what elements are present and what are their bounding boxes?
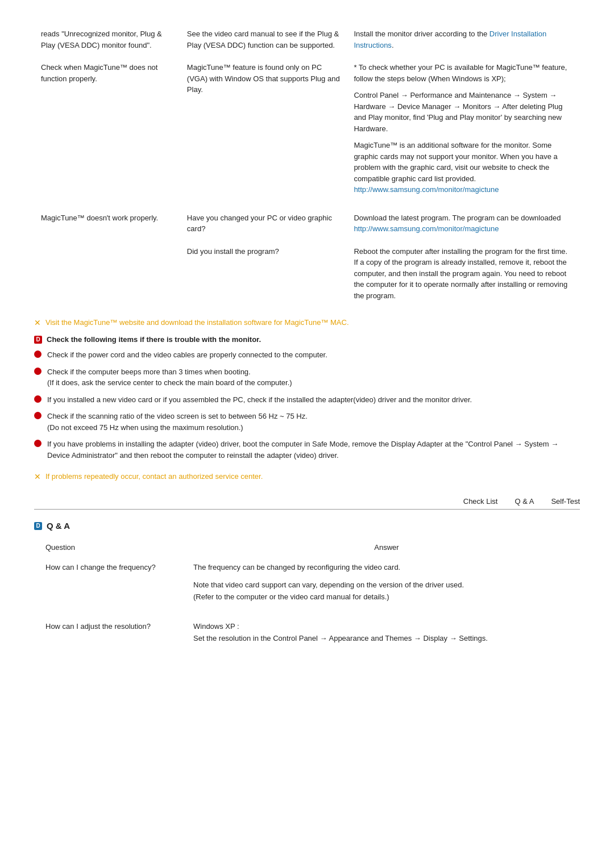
cause-cell: Have you changed your PC or video graphi… [180,207,347,240]
bullet-icon [34,395,42,403]
table-row: Check when MagicTune™ does not function … [34,56,580,207]
symptom-cell: MagicTune™ doesn't work properly. [34,207,180,307]
checklist: Check if the power cord and the video ca… [34,349,580,461]
qa-col-answer: Answer [193,540,580,557]
qa-header: D Q & A [34,521,580,531]
table-row: MagicTune™ doesn't work properly. Have y… [34,207,580,240]
list-item: Check if the power cord and the video ca… [34,349,580,361]
trouble-table: reads "Unrecognized monitor, Plug & Play… [34,23,580,307]
table-row: How can I adjust the resolution? Windows… [34,616,580,649]
note-magictune: ✕ Visit the MagicTune™ website and downl… [34,318,580,327]
bullet-icon [34,412,42,419]
list-item: If you have problems in installing the a… [34,439,580,461]
qa-question: How can I change the frequency? [34,557,193,607]
magictune-link-1[interactable]: http://www.samsung.com/monitor/magictune [354,185,499,194]
check-header: D Check the following items if there is … [34,335,580,344]
qa-answer: The frequency can be changed by reconfig… [193,557,580,607]
solution-cell: * To check whether your PC is available … [347,56,580,207]
qa-row-gap [34,607,580,616]
cause-cell: MagicTune™ feature is found only on PC (… [180,56,347,207]
solution-cell: Reboot the computer after installing the… [347,240,580,307]
tab-selftest[interactable]: Self-Test [551,497,580,507]
d-icon: D [34,336,42,344]
x-icon: ✕ [34,318,42,327]
list-item: Check if the computer beeps more than 3 … [34,366,580,389]
qa-icon: D [34,522,42,530]
cause-cell: Did you install the program? [180,240,347,307]
note-problems: ✕ If problems repeatedly occur, contact … [34,472,580,481]
tab-qa[interactable]: Q & A [515,497,534,507]
solution-cell: Download the latest program. The program… [347,207,580,240]
list-item: If you installed a new video card or if … [34,394,580,406]
bullet-icon [34,350,42,358]
bullet-icon [34,368,42,375]
qa-question: How can I adjust the resolution? [34,616,193,649]
list-item: Check if the scanning ratio of the video… [34,411,580,433]
symptom-cell: reads "Unrecognized monitor, Plug & Play… [34,23,180,56]
driver-instructions-link[interactable]: Driver Installation Instructions [354,30,546,49]
magictune-link-2[interactable]: http://www.samsung.com/monitor/magictune [354,224,499,233]
qa-table: Question Answer How can I change the fre… [34,540,580,649]
table-row: How can I change the frequency? The freq… [34,557,580,607]
x-icon-2: ✕ [34,472,42,481]
qa-col-question: Question [34,540,193,557]
symptom-cell: Check when MagicTune™ does not function … [34,56,180,207]
bullet-icon [34,440,42,447]
table-row: reads "Unrecognized monitor, Plug & Play… [34,23,580,56]
nav-tabs: Check List Q & A Self-Test [34,497,580,510]
solution-cell: Install the monitor driver according to … [347,23,580,56]
cause-cell: See the video card manual to see if the … [180,23,347,56]
qa-answer: Windows XP : Set the resolution in the C… [193,616,580,649]
tab-checklist[interactable]: Check List [463,497,498,507]
qa-table-header-row: Question Answer [34,540,580,557]
